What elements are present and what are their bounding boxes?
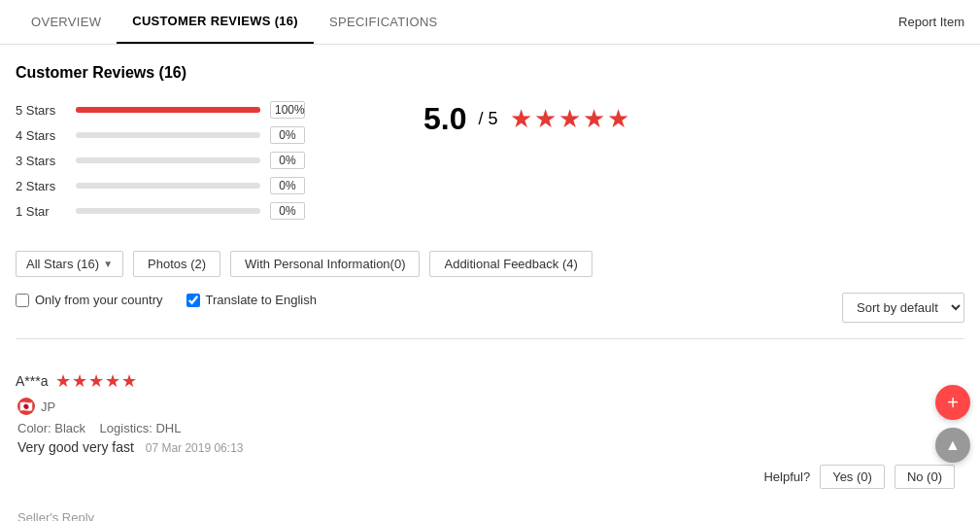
scroll-up-button[interactable]: ▲	[935, 428, 970, 463]
sort-dropdown[interactable]: Sort by default Most recent Most helpful	[842, 293, 964, 323]
bar-container	[76, 183, 260, 189]
bar-pct: 0%	[270, 202, 305, 220]
rating-section: 5 Stars 100% 4 Stars 0% 3 Stars 0% 2 Sta…	[16, 101, 964, 227]
country-flag-icon: 🇯🇵	[17, 398, 35, 415]
tab-customer-reviews[interactable]: CUSTOMER REVIEWS (16)	[117, 0, 314, 44]
bar-pct: 100%	[270, 101, 305, 119]
score-out-of: / 5	[478, 109, 497, 129]
helpful-row: Helpful? Yes (0) No (0)	[16, 465, 964, 489]
logistics-value: DHL	[155, 421, 181, 435]
country-checkbox-label[interactable]: Only from your country	[16, 293, 163, 307]
review-star-icon: ★	[88, 370, 104, 392]
helpful-label: Helpful?	[763, 469, 810, 484]
review-star-icon: ★	[72, 370, 87, 392]
report-item-link[interactable]: Report Item	[898, 15, 964, 29]
overall-star-icon: ★	[510, 104, 532, 134]
star-label: 3 Stars	[16, 154, 66, 168]
additional-feedback-filter-btn[interactable]: Additional Feedback (4)	[429, 251, 591, 277]
overall-stars: ★★★★★	[510, 104, 629, 134]
main-content: Customer Reviews (16) 5 Stars 100% 4 Sta…	[0, 45, 980, 521]
logistics-label: Logistics:	[100, 421, 152, 435]
rating-row: 1 Star 0%	[16, 202, 365, 220]
reviewer-name: A***a	[16, 373, 48, 389]
checkbox-row: Only from your country Translate to Engl…	[16, 293, 317, 307]
overall-score: 5.0 / 5 ★★★★★	[423, 101, 629, 137]
add-float-button[interactable]: +	[935, 385, 970, 420]
divider	[16, 338, 964, 339]
star-label: 5 Stars	[16, 103, 66, 118]
review-item: A***a ★★★★★ 🇯🇵 JP Color: Black Logistics…	[16, 355, 964, 521]
all-stars-dropdown[interactable]: All Stars (16) ▼	[16, 251, 123, 277]
float-buttons: + ▲	[935, 385, 970, 463]
reviewer-country: 🇯🇵 JP	[17, 398, 243, 415]
seller-reply: Seller's Reply Thanks for your trust. En…	[17, 501, 964, 521]
bar-container	[76, 132, 260, 138]
translate-checkbox[interactable]	[186, 294, 200, 307]
color-value: Black	[54, 421, 85, 435]
country-code: JP	[41, 399, 55, 414]
overall-star-icon: ★	[534, 104, 557, 134]
reviews-section-title: Customer Reviews (16)	[16, 64, 964, 82]
dropdown-arrow-icon: ▼	[103, 259, 113, 269]
country-checkbox-text: Only from your country	[35, 293, 163, 307]
rating-bars: 5 Stars 100% 4 Stars 0% 3 Stars 0% 2 Sta…	[16, 101, 365, 227]
rating-row: 3 Stars 0%	[16, 152, 365, 169]
bar-container	[76, 107, 260, 113]
overall-star-icon: ★	[558, 104, 581, 134]
bar-pct: 0%	[270, 126, 305, 144]
review-star-icon: ★	[55, 370, 71, 392]
bar-container	[76, 208, 260, 214]
controls-row: Only from your country Translate to Engl…	[16, 293, 964, 323]
rating-row: 5 Stars 100%	[16, 101, 365, 119]
bar-container	[76, 157, 260, 163]
review-star-icon: ★	[105, 370, 120, 392]
star-label: 1 Star	[16, 204, 66, 219]
review-header: A***a ★★★★★	[16, 370, 243, 392]
seller-reply-title: Seller's Reply	[17, 510, 964, 521]
overall-star-icon: ★	[607, 104, 629, 134]
star-label: 2 Stars	[16, 179, 66, 193]
translate-checkbox-label[interactable]: Translate to English	[186, 293, 317, 307]
review-meta: Color: Black Logistics: DHL	[17, 421, 243, 435]
color-label: Color:	[17, 421, 51, 435]
overall-star-icon: ★	[583, 104, 605, 134]
review-star-icon: ★	[121, 370, 137, 392]
star-label: 4 Stars	[16, 128, 66, 143]
yes-button[interactable]: Yes (0)	[820, 465, 885, 489]
rating-row: 2 Stars 0%	[16, 177, 365, 194]
review-date: 07 Mar 2019 06:13	[146, 441, 244, 455]
country-checkbox[interactable]	[16, 294, 29, 307]
filter-row: All Stars (16) ▼ Photos (2) With Persona…	[16, 251, 964, 277]
bar-pct: 0%	[270, 152, 305, 169]
top-navigation: OVERVIEW CUSTOMER REVIEWS (16) SPECIFICA…	[0, 0, 980, 45]
bar-fill	[76, 107, 260, 113]
translate-checkbox-text: Translate to English	[206, 293, 317, 307]
sort-dropdown-wrapper: Sort by default Most recent Most helpful	[842, 293, 964, 323]
review-text-row: Very good very fast 07 Mar 2019 06:13	[16, 439, 243, 455]
no-button[interactable]: No (0)	[895, 465, 955, 489]
bar-pct: 0%	[270, 177, 305, 194]
rating-row: 4 Stars 0%	[16, 126, 365, 144]
photos-filter-btn[interactable]: Photos (2)	[133, 251, 220, 277]
tab-specifications[interactable]: SPECIFICATIONS	[314, 1, 454, 43]
personal-info-filter-btn[interactable]: With Personal Information(0)	[230, 251, 420, 277]
review-text: Very good very fast	[17, 439, 134, 455]
score-number: 5.0	[423, 101, 466, 137]
tab-overview[interactable]: OVERVIEW	[16, 1, 117, 43]
review-stars: ★★★★★	[55, 370, 137, 392]
